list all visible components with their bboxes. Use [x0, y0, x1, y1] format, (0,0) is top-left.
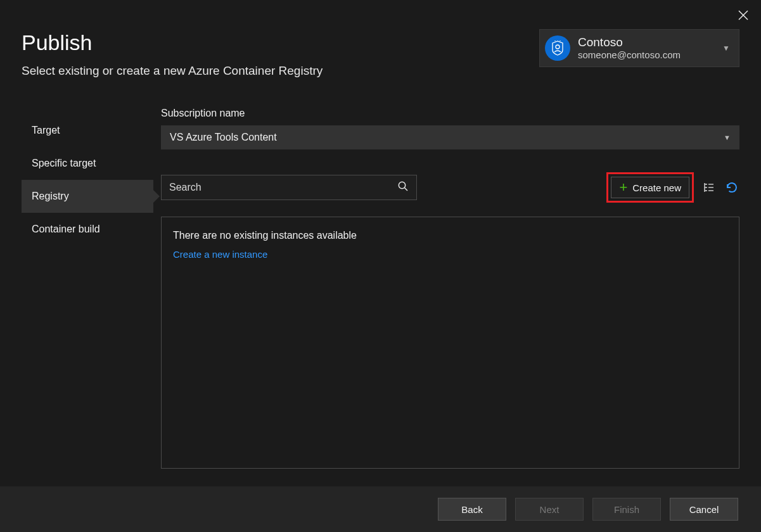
chevron-down-icon: ▼ [724, 134, 731, 141]
svg-point-3 [399, 182, 405, 188]
subscription-value: VS Azure Tools Content [170, 132, 277, 143]
account-selector[interactable]: Contoso someone@contoso.com ▼ [539, 29, 739, 67]
next-button: Next [515, 498, 584, 521]
svg-line-4 [405, 188, 408, 191]
account-name: Contoso [578, 35, 719, 49]
refresh-icon [725, 180, 739, 194]
search-input[interactable] [169, 182, 397, 193]
sidebar-item-specific-target[interactable]: Specific target [22, 147, 153, 180]
main-content: Subscription name VS Azure Tools Content… [161, 108, 739, 469]
instances-list: There are no existing instances availabl… [161, 217, 739, 469]
toolbar: + Create new [161, 172, 739, 203]
account-text: Contoso someone@contoso.com [578, 35, 719, 61]
create-new-button[interactable]: + Create new [611, 177, 689, 198]
sidebar-item-container-build[interactable]: Container build [22, 213, 153, 246]
subscription-dropdown[interactable]: VS Azure Tools Content ▼ [161, 125, 739, 149]
wizard-steps: Target Specific target Registry Containe… [22, 114, 153, 246]
sidebar-item-label: Specific target [32, 158, 96, 169]
cancel-button[interactable]: Cancel [670, 498, 738, 521]
create-new-label: Create new [632, 182, 681, 193]
search-icon [397, 180, 409, 194]
search-box[interactable] [161, 175, 417, 200]
tree-icon [703, 181, 715, 194]
badge-icon [551, 41, 565, 56]
avatar [545, 35, 570, 61]
back-button[interactable]: Back [438, 498, 506, 521]
tree-view-button[interactable] [701, 180, 717, 195]
publish-dialog: Publish Select existing or create a new … [0, 0, 761, 532]
svg-point-2 [556, 45, 560, 49]
sidebar-item-label: Registry [32, 191, 69, 202]
refresh-button[interactable] [724, 180, 739, 195]
account-email: someone@contoso.com [578, 49, 719, 61]
empty-state-message: There are no existing instances availabl… [173, 230, 727, 241]
create-instance-link[interactable]: Create a new instance [173, 249, 267, 260]
footer: Back Next Finish Cancel [0, 486, 761, 532]
subscription-label: Subscription name [161, 108, 739, 119]
close-button[interactable] [732, 4, 755, 27]
sidebar-item-target[interactable]: Target [22, 114, 153, 147]
sidebar-item-label: Target [32, 125, 60, 136]
highlight-box: + Create new [606, 172, 694, 203]
close-icon [738, 10, 748, 20]
chevron-down-icon: ▼ [719, 44, 734, 53]
finish-button: Finish [592, 498, 661, 521]
header: Publish Select existing or create a new … [22, 30, 739, 78]
plus-icon: + [619, 182, 627, 193]
sidebar-item-label: Container build [32, 224, 100, 235]
sidebar-item-registry[interactable]: Registry [22, 180, 153, 213]
